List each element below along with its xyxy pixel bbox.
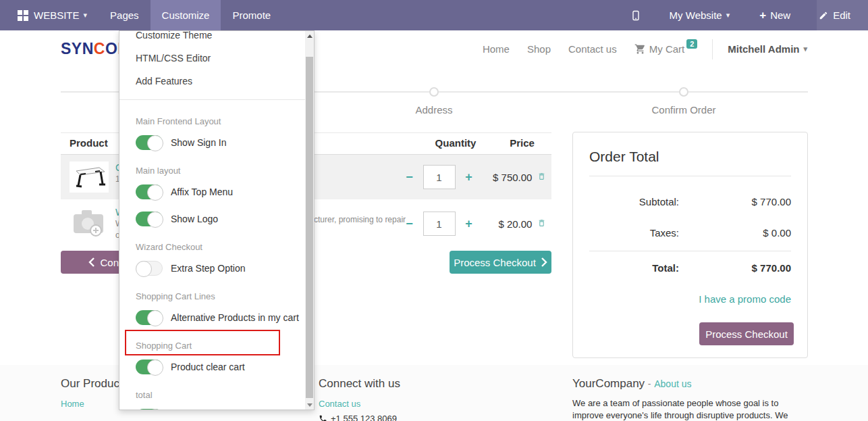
dropdown-scrollbar[interactable]: [305, 31, 314, 410]
quantity-input[interactable]: [423, 165, 456, 189]
subtotal-value: $ 770.00: [710, 196, 791, 207]
toggle-label[interactable]: Extra Step Option: [171, 263, 246, 274]
step-dot-confirm: [679, 87, 688, 97]
plus-button[interactable]: +: [462, 217, 477, 231]
order-card-process-checkout-button[interactable]: Process Checkout: [699, 322, 794, 345]
total-label: Total:: [589, 262, 710, 274]
toggle-row-alternative-products: Alternative Products in my cart: [119, 304, 306, 331]
toggle-label[interactable]: Show Sign In: [171, 137, 227, 148]
trash-icon[interactable]: [532, 218, 551, 230]
customize-dropdown-menu: Customize Theme HTML/CSS Editor Add Feat…: [119, 30, 315, 410]
footer-about-link[interactable]: About us: [654, 378, 691, 389]
promote-menu[interactable]: Promote: [221, 0, 282, 30]
nav-contact-us[interactable]: Contact us: [568, 43, 617, 55]
menu-item-add-features[interactable]: Add Features: [119, 70, 306, 93]
phone-icon: [319, 414, 327, 421]
product-image-placeholder: [70, 206, 109, 237]
toggle-affix-top-menu[interactable]: [136, 184, 163, 199]
section-shopping-cart-lines: Shopping Cart Lines: [119, 282, 306, 304]
my-cart-label: My Cart: [649, 43, 685, 55]
menu-divider: [119, 99, 306, 100]
company-name: YourCompany: [572, 377, 645, 390]
menu-item-html-css-editor[interactable]: HTML/CSS Editor: [119, 47, 306, 70]
new-button[interactable]: + New: [748, 0, 802, 30]
cart-icon: [634, 43, 646, 55]
section-main-layout: Main layout: [119, 156, 306, 178]
dash: -: [648, 378, 651, 389]
my-website-label: My Website: [670, 9, 722, 21]
footer-company-heading: YourCompany - About us: [572, 377, 805, 391]
quantity-input[interactable]: [423, 212, 456, 236]
chevron-down-icon: ▾: [726, 11, 730, 20]
toggle-promo-code[interactable]: [136, 409, 163, 410]
scrollbar-thumb[interactable]: [306, 57, 313, 398]
section-main-frontend-layout: Main Frontend Layout: [119, 107, 306, 129]
menu-item-customize-theme[interactable]: Customize Theme: [119, 30, 306, 47]
user-menu[interactable]: Mitchell Admin ▾: [728, 43, 807, 55]
quantity-cell: − +: [402, 165, 477, 189]
footer-connect-column: Connect with us Contact us +1 555 123 80…: [319, 377, 400, 421]
quantity-cell: − +: [402, 212, 477, 236]
customize-menu-button[interactable]: Customize: [151, 0, 221, 30]
scrollbar-up-button[interactable]: [305, 31, 314, 41]
footer-connect-heading: Connect with us: [319, 377, 400, 391]
col-header-quantity: Quantity: [418, 137, 493, 149]
new-label: New: [770, 9, 790, 21]
footer-phone-number: +1 555 123 8069: [331, 414, 397, 421]
warranty-desc-fragment: cturer, promising to repair: [314, 215, 406, 224]
toggle-extra-step-option[interactable]: [136, 261, 163, 276]
toggle-label[interactable]: Alternative Products in my cart: [171, 312, 299, 323]
toggle-label[interactable]: Show Logo: [171, 214, 218, 224]
toggle-product-clear-cart[interactable]: [136, 360, 163, 374]
website-menu[interactable]: WEBSITE ▾: [0, 0, 99, 30]
footer-company-column: YourCompany - About us We are a team of …: [572, 377, 805, 421]
nav-my-cart[interactable]: My Cart 2: [634, 43, 698, 55]
taxes-label: Taxes:: [589, 227, 710, 239]
footer-contact-link[interactable]: Contact us: [319, 399, 360, 409]
chevron-down-icon: ▾: [84, 11, 88, 20]
site-nav: Home Shop Contact us My Cart 2 Mitchell …: [465, 30, 807, 68]
page: SYNCONiC Home Shop Contact us My Cart 2 …: [0, 0, 868, 421]
plus-button[interactable]: +: [462, 170, 477, 184]
plus-icon: +: [759, 9, 766, 22]
subtotal-row: Subtotal: $ 770.00: [589, 196, 791, 207]
toggle-label[interactable]: Affix Top Menu: [171, 187, 233, 197]
section-wizard-checkout: Wizard Checkout: [119, 232, 306, 255]
trash-icon[interactable]: [532, 172, 551, 183]
process-checkout-button[interactable]: Process Checkout: [450, 251, 551, 274]
chevron-down-icon: ▾: [803, 45, 807, 53]
minus-button[interactable]: −: [402, 170, 417, 184]
pages-menu[interactable]: Pages: [99, 0, 151, 30]
triangle-down-icon: [307, 403, 313, 407]
my-website-menu[interactable]: My Website ▾: [658, 0, 742, 30]
divider: [589, 251, 791, 251]
topbar-left: WEBSITE ▾ Pages Customize Promote: [0, 0, 282, 30]
promo-code-link[interactable]: I have a promo code: [589, 293, 791, 305]
toggle-show-logo[interactable]: [136, 212, 163, 226]
toggle-row-show-sign-in: Show Sign In: [119, 129, 306, 156]
footer-home-link[interactable]: Home: [61, 399, 84, 409]
nav-home[interactable]: Home: [483, 43, 510, 55]
editor-topbar: WEBSITE ▾ Pages Customize Promote My Web…: [0, 0, 868, 30]
nav-shop[interactable]: Shop: [527, 43, 551, 55]
footer-company-text: We are a team of passionate people whose…: [572, 397, 805, 421]
user-name: Mitchell Admin: [728, 43, 799, 55]
toggle-label[interactable]: Product clear cart: [171, 362, 245, 372]
mobile-preview-button[interactable]: [619, 0, 653, 30]
chevron-left-icon: [88, 257, 94, 267]
toggle-alternative-products[interactable]: [136, 310, 163, 325]
edit-button-background: [817, 0, 868, 30]
toggle-row-product-clear-cart: Product clear cart: [119, 353, 306, 380]
desk-image: [71, 163, 107, 191]
pages-label: Pages: [110, 9, 139, 21]
cart-count-badge: 2: [686, 39, 697, 49]
grid-icon: [18, 10, 28, 21]
total-row: Total: $ 770.00: [589, 262, 791, 274]
order-total-card: Order Total Subtotal: $ 770.00 Taxes: $ …: [572, 132, 808, 358]
logo-part-1: SYN: [61, 40, 94, 57]
price-cell-warranty: $ 20.00: [477, 218, 533, 230]
toggle-show-sign-in[interactable]: [136, 135, 163, 150]
toggle-row-promo-code: Promo Code: [119, 403, 306, 410]
order-card-checkout-label: Process Checkout: [705, 328, 788, 340]
scrollbar-down-button[interactable]: [305, 400, 314, 410]
